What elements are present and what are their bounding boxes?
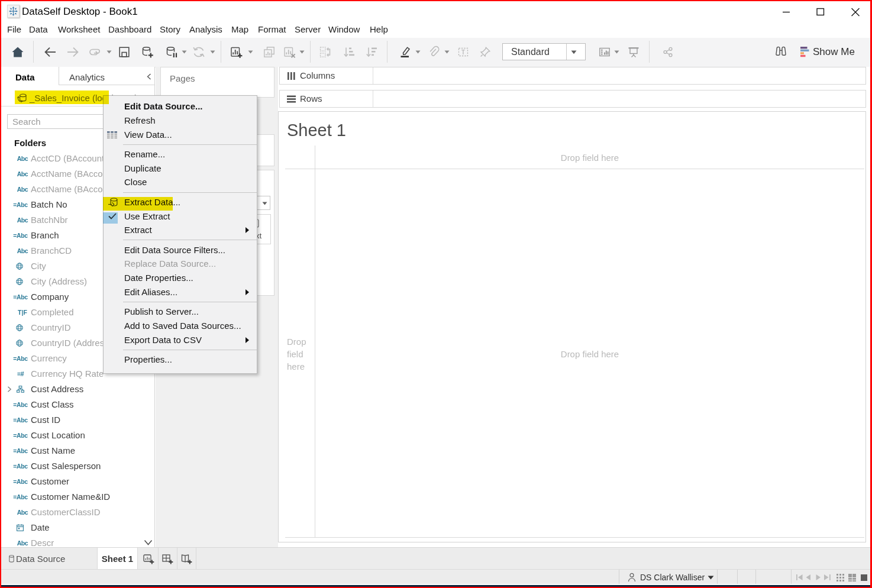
svg-text:T: T — [461, 49, 466, 56]
